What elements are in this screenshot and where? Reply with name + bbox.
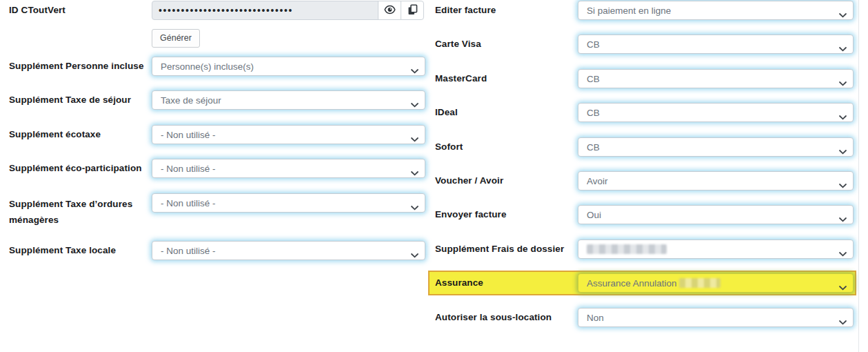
supplement-personne-incluse-select[interactable]: Personne(s) incluse(s) xyxy=(152,57,425,76)
redacted-value xyxy=(587,244,667,254)
reveal-password-button[interactable] xyxy=(378,1,401,20)
chevron-down-icon xyxy=(839,77,847,89)
supplement-frais-dossier-label: Supplément Frais de dossier xyxy=(435,242,573,256)
chevron-down-icon xyxy=(839,281,847,293)
supplement-taxe-locale-select[interactable]: - Non utilisé - xyxy=(152,241,425,260)
chevron-down-icon xyxy=(411,248,418,261)
eye-icon xyxy=(384,5,396,17)
chevron-down-icon xyxy=(839,315,847,328)
carte-visa-label: Carte Visa xyxy=(435,37,573,51)
supplement-taxe-sejour-label: Supplément Taxe de séjour xyxy=(9,93,148,107)
generate-button[interactable]: Générer xyxy=(152,29,200,48)
supplement-ecotaxe-select[interactable]: - Non utilisé - xyxy=(152,125,425,144)
supplement-taxe-locale-label: Supplément Taxe locale xyxy=(9,244,148,257)
assurance-label: Assurance xyxy=(435,276,573,290)
chevron-down-icon xyxy=(839,42,847,55)
supplement-eco-participation-select[interactable]: - Non utilisé - xyxy=(152,159,425,178)
id-ctoutvert-password-input[interactable]: •••••••••••••••••••••••••••••• xyxy=(152,1,379,20)
sofort-label: Sofort xyxy=(435,140,573,154)
sofort-select[interactable]: CB xyxy=(578,137,854,157)
mastercard-label: MasterCard xyxy=(435,72,573,86)
supplement-frais-dossier-select[interactable] xyxy=(578,239,854,259)
panel-right-divider xyxy=(858,0,859,352)
chevron-down-icon xyxy=(839,213,847,225)
supplement-taxe-ordures-select[interactable]: - Non utilisé - xyxy=(152,193,425,213)
supplement-taxe-sejour-select[interactable]: Taxe de séjour xyxy=(152,90,425,110)
id-ctoutvert-input-group: •••••••••••••••••••••••••••••• xyxy=(152,1,425,20)
copy-button[interactable] xyxy=(401,1,424,20)
supplement-eco-participation-label: Supplément éco-participation xyxy=(9,162,148,175)
chevron-down-icon xyxy=(411,166,418,179)
chevron-down-icon xyxy=(839,145,847,157)
chevron-down-icon xyxy=(411,98,418,110)
chevron-down-icon xyxy=(411,64,418,77)
editer-facture-select[interactable]: Si paiement en ligne xyxy=(578,1,854,20)
envoyer-facture-label: Envoyer facture xyxy=(435,208,573,222)
redacted-value xyxy=(679,278,720,288)
settings-form: ID CToutVert •••••••••••••••••••••••••••… xyxy=(0,0,868,352)
chevron-down-icon xyxy=(839,8,847,21)
carte-visa-select[interactable]: CB xyxy=(578,35,854,54)
chevron-down-icon xyxy=(839,179,847,191)
supplement-personne-incluse-label: Supplément Personne incluse xyxy=(9,59,148,73)
chevron-down-icon xyxy=(839,247,847,260)
chevron-down-icon xyxy=(839,110,847,123)
chevron-down-icon xyxy=(411,201,418,213)
editer-facture-label: Editer facture xyxy=(435,3,573,17)
mastercard-select[interactable]: CB xyxy=(578,69,854,88)
id-ctoutvert-label: ID CToutVert xyxy=(9,3,148,17)
supplement-taxe-ordures-label: Supplément Taxe d’ordures ménagères xyxy=(9,196,148,228)
voucher-avoir-select[interactable]: Avoir xyxy=(578,171,854,190)
autoriser-sous-location-label: Autoriser la sous-location xyxy=(435,311,573,324)
ideal-select[interactable]: CB xyxy=(578,103,854,122)
copy-icon xyxy=(407,4,418,17)
assurance-select[interactable]: Assurance Annulation xyxy=(578,273,854,293)
ideal-label: IDeal xyxy=(435,106,573,119)
envoyer-facture-select[interactable]: Oui xyxy=(578,205,854,224)
chevron-down-icon xyxy=(411,133,418,145)
supplement-ecotaxe-label: Supplément écotaxe xyxy=(9,128,148,141)
voucher-avoir-label: Voucher / Avoir xyxy=(435,174,573,188)
autoriser-sous-location-select[interactable]: Non xyxy=(578,308,854,327)
